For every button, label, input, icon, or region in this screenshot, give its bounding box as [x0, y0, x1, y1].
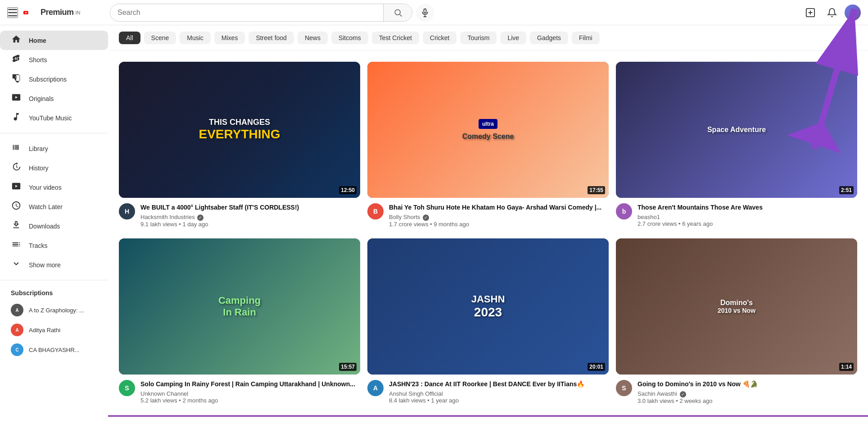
thumbnail-bg-3: Space Adventure [616, 62, 857, 198]
thumbnail-bg-4: Camping In Rain [119, 238, 360, 375]
sidebar: Home Shorts Subscriptions Originals YouT… [0, 25, 108, 415]
subscription-label-a2z: A to Z Graphology: ... [29, 307, 84, 314]
page-layout: Home Shorts Subscriptions Originals YouT… [0, 25, 868, 415]
subscription-label-ca: CA BHAGYASHR... [29, 347, 79, 353]
sidebar-item-show-more[interactable]: Show more [0, 255, 108, 274]
sidebar-subscription-ca[interactable]: C CA BHAGYASHR... [0, 340, 108, 360]
create-button[interactable] [801, 4, 819, 22]
user-avatar[interactable] [845, 5, 861, 21]
sidebar-item-youtube-music[interactable]: YouTube Music [0, 108, 108, 128]
hamburger-menu-button[interactable] [7, 7, 18, 18]
chip-filmi[interactable]: Filmi [572, 32, 600, 44]
video-title-6: Going to Domino's in 2010 vs Now 🍕🐊 [637, 380, 857, 389]
sidebar-label-music: YouTube Music [29, 114, 72, 122]
thumbnail-2: ultra Comedy Scene 17:55 [367, 62, 609, 198]
video-card-1[interactable]: THIS CHANGES EVERYTHING 12:50 H We BUILT… [119, 62, 360, 228]
duration-badge-2: 17:55 [588, 186, 605, 194]
tracks-icon [11, 239, 22, 251]
filter-scroll-right-button[interactable]: › [843, 31, 857, 45]
video-info-4: Solo Camping In Rainy Forest | Rain Camp… [140, 380, 360, 404]
originals-icon [11, 92, 22, 105]
video-meta-2: B Bhai Ye Toh Shuru Hote He Khatam Ho Ga… [367, 203, 609, 228]
channel-name-6: Sachin Awasthi ✓ [637, 390, 857, 398]
chip-street-food[interactable]: Street food [249, 32, 294, 44]
chip-gadgets[interactable]: Gadgets [530, 32, 568, 44]
sidebar-subscription-a2z[interactable]: A A to Z Graphology: ... [0, 300, 108, 320]
search-button[interactable] [383, 4, 412, 21]
sidebar-label-shorts: Shorts [29, 56, 47, 64]
chip-all[interactable]: All [119, 32, 140, 44]
video-card-3[interactable]: Space Adventure 2:51 b Those Aren't Moun… [616, 62, 857, 228]
thumbnail-bg-2: ultra Comedy Scene [367, 62, 609, 198]
channel-name-3: beasho1 [637, 214, 857, 220]
notifications-button[interactable] [823, 4, 841, 22]
sidebar-label-show-more: Show more [29, 261, 61, 269]
thumbnail-bg-1: THIS CHANGES EVERYTHING [119, 62, 360, 198]
video-meta-3: b Those Aren't Mountains Those Are Waves… [616, 203, 857, 228]
video-card-5[interactable]: JASHN 2023 20:01 A JASHN'23 : Dance At I… [367, 238, 609, 404]
video-meta-1: H We BUILT a 4000° Lightsaber Staff (IT'… [119, 203, 360, 228]
sidebar-item-history[interactable]: History [0, 158, 108, 178]
library-icon [11, 142, 22, 155]
main-content: All Scene Music Mixes Street food News S… [108, 25, 868, 415]
thumbnail-bg-5: JASHN 2023 [367, 238, 609, 375]
chip-tourism[interactable]: Tourism [460, 32, 497, 44]
video-title-5: JASHN'23 : Dance At IIT Roorkee | Best D… [389, 380, 609, 389]
search-area [110, 4, 434, 22]
sidebar-item-tracks[interactable]: Tracks [0, 236, 108, 255]
video-card-6[interactable]: Domino's 2010 vs Now 1:14 S Going to Dom… [616, 238, 857, 404]
video-title-1: We BUILT a 4000° Lightsaber Staff (IT'S … [140, 203, 360, 212]
mic-button[interactable] [416, 4, 434, 22]
video-card-2[interactable]: ultra Comedy Scene 17:55 B Bhai Ye Toh S… [367, 62, 609, 228]
chip-cricket[interactable]: Cricket [423, 32, 457, 44]
logo[interactable]: Premium IN [23, 7, 81, 18]
channel-avatar-4: S [119, 380, 135, 396]
filter-bar: All Scene Music Mixes Street food News S… [108, 25, 868, 51]
channel-avatar-6: S [616, 380, 632, 396]
thumbnail-6: Domino's 2010 vs Now 1:14 [616, 238, 857, 375]
chip-mixes[interactable]: Mixes [214, 32, 245, 44]
thumbnail-1: THIS CHANGES EVERYTHING 12:50 [119, 62, 360, 198]
header: Premium IN [0, 0, 868, 25]
chip-scene[interactable]: Scene [144, 32, 176, 44]
verified-icon-2: ✓ [423, 215, 429, 221]
duration-badge-3: 2:51 [839, 186, 854, 194]
video-stats-2: 1.7 crore views • 9 months ago [389, 221, 609, 228]
history-icon [11, 162, 22, 174]
duration-badge-1: 12:50 [339, 186, 357, 194]
chip-news[interactable]: News [298, 32, 328, 44]
chip-live[interactable]: Live [500, 32, 526, 44]
search-input[interactable] [110, 9, 383, 17]
sidebar-item-downloads[interactable]: Downloads [0, 216, 108, 236]
sidebar-item-watch-later[interactable]: Watch Later [0, 197, 108, 216]
your-videos-icon [11, 181, 22, 193]
sidebar-item-library[interactable]: Library [0, 139, 108, 158]
sidebar-label-library: Library [29, 145, 48, 152]
video-stats-6: 3.0 lakh views • 2 weeks ago [637, 398, 857, 404]
video-card-4[interactable]: Camping In Rain 15:57 S Solo Camping In … [119, 238, 360, 404]
sidebar-subscription-aditya[interactable]: A Aditya Rathi [0, 320, 108, 340]
thumbnail-4: Camping In Rain 15:57 [119, 238, 360, 375]
channel-avatar-1: H [119, 203, 135, 219]
sidebar-divider-1 [0, 133, 108, 133]
sidebar-item-originals[interactable]: Originals [0, 89, 108, 108]
video-info-5: JASHN'23 : Dance At IIT Roorkee | Best D… [389, 380, 609, 404]
logo-badge: IN [76, 10, 81, 15]
chip-music[interactable]: Music [180, 32, 211, 44]
sidebar-item-your-videos[interactable]: Your videos [0, 178, 108, 197]
video-stats-1: 9.1 lakh views • 1 day ago [140, 221, 360, 228]
sidebar-item-shorts[interactable]: Shorts [0, 50, 108, 69]
sidebar-label-your-videos: Your videos [29, 184, 62, 191]
chip-sitcoms[interactable]: Sitcoms [331, 32, 368, 44]
duration-badge-5: 20:01 [588, 363, 605, 371]
svg-point-2 [395, 9, 400, 15]
chip-test-cricket[interactable]: Test Cricket [372, 32, 419, 44]
svg-rect-4 [424, 9, 426, 13]
thumbnail-bg-6: Domino's 2010 vs Now [616, 238, 857, 375]
video-stats-3: 2.7 crore views • 6 years ago [637, 220, 857, 227]
video-info-2: Bhai Ye Toh Shuru Hote He Khatam Ho Gaya… [389, 203, 609, 228]
subscriptions-icon [11, 73, 22, 85]
logo-text: Premium [41, 8, 74, 17]
sidebar-item-subscriptions[interactable]: Subscriptions [0, 69, 108, 89]
sidebar-item-home[interactable]: Home [0, 31, 108, 50]
